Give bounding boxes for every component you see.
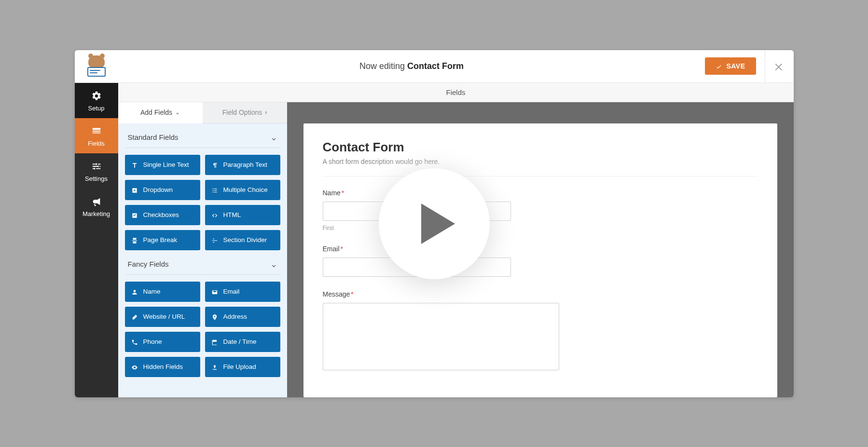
page-title: Now editing Contact Form (118, 61, 705, 71)
paragraph-icon (211, 161, 219, 168)
app-logo (75, 55, 118, 77)
sidebar-item-setup[interactable]: Setup (75, 83, 118, 118)
field-label: Paragraph Text (223, 161, 267, 168)
field-label: Hidden Fields (143, 363, 183, 370)
field-label: Website / URL (143, 313, 185, 320)
sidebar-item-marketing[interactable]: Marketing (75, 189, 118, 224)
field-multiple-choice[interactable]: Multiple Choice (205, 180, 280, 200)
close-button[interactable] (765, 50, 794, 83)
checkbox-icon (131, 211, 138, 218)
app-window: Now editing Contact Form SAVE Setu (75, 50, 794, 397)
field-paragraph-text[interactable]: Paragraph Text (205, 155, 280, 175)
multiple-choice-icon (211, 186, 219, 193)
sidebar-label: Marketing (83, 210, 110, 217)
tab-label: Add Fields (140, 108, 172, 116)
chevron-down-icon: ⌄ (175, 109, 180, 116)
form-icon (91, 124, 102, 137)
chevron-down-icon: ⌄ (270, 132, 277, 143)
panel-tabs: Add Fields ⌄ Field Options › (118, 102, 287, 123)
panel-body: Standard Fields ⌄ Single Line Text Parag… (118, 123, 287, 397)
chevron-down-icon: ⌄ (270, 259, 277, 270)
standard-fields-grid: Single Line Text Paragraph Text Dropdown… (125, 148, 280, 250)
user-icon (131, 287, 138, 295)
field-label: Multiple Choice (223, 186, 268, 193)
field-label: Dropdown (143, 186, 173, 193)
form-field-message[interactable]: Message* (323, 290, 758, 372)
sidebar-item-settings[interactable]: Settings (75, 153, 118, 189)
fields-panel: Add Fields ⌄ Field Options › Standard Fi… (118, 102, 287, 397)
sidebar: Setup Fields Settings Marketing (75, 83, 118, 397)
field-hidden[interactable]: Hidden Fields (125, 357, 200, 377)
field-label: HTML (223, 211, 241, 218)
field-name[interactable]: Name (125, 282, 200, 302)
fancy-fields-grid: Name Email Website / URL Address Phone D… (125, 275, 280, 377)
link-icon (131, 312, 138, 320)
field-label: Section Divider (223, 236, 267, 244)
topbar: Now editing Contact Form SAVE (75, 50, 794, 83)
calendar-icon (211, 338, 219, 345)
field-checkboxes[interactable]: Checkboxes (125, 205, 200, 225)
field-label: Checkboxes (143, 211, 179, 218)
chevron-right-icon: › (265, 109, 267, 116)
play-icon (421, 203, 455, 244)
phone-icon (131, 338, 138, 345)
field-file-upload[interactable]: File Upload (205, 357, 280, 377)
form-name: Contact Form (407, 61, 464, 71)
sliders-icon (91, 160, 102, 172)
required-marker: * (342, 189, 344, 197)
sidebar-label: Fields (88, 140, 105, 147)
form-preview: Contact Form A short form description wo… (287, 102, 794, 397)
title-prefix: Now editing (359, 61, 407, 71)
pin-icon (211, 312, 219, 320)
field-label: Email (223, 288, 240, 295)
field-label: Date / Time (223, 338, 257, 345)
eye-icon (131, 363, 138, 370)
upload-icon (211, 363, 219, 370)
required-marker: * (341, 245, 343, 253)
field-phone[interactable]: Phone (125, 332, 200, 352)
sidebar-label: Setup (88, 105, 105, 112)
field-label: Address (223, 313, 248, 320)
field-section-divider[interactable]: Section Divider (205, 230, 280, 250)
tab-label: Field Options (222, 108, 262, 116)
required-marker: * (351, 290, 353, 298)
gear-icon (91, 89, 102, 102)
text-icon (131, 161, 138, 168)
field-label: Single Line Text (143, 161, 189, 168)
message-input[interactable] (323, 303, 559, 370)
field-email[interactable]: Email (205, 282, 280, 302)
sidebar-item-fields[interactable]: Fields (75, 118, 118, 153)
message-label: Message* (323, 290, 758, 298)
close-icon (774, 59, 785, 73)
fields-header: Fields (118, 83, 794, 102)
field-page-break[interactable]: Page Break (125, 230, 200, 250)
dropdown-icon (131, 186, 138, 193)
pagebreak-icon (131, 236, 138, 244)
field-address[interactable]: Address (205, 307, 280, 327)
html-icon (211, 211, 219, 218)
divider-icon (211, 236, 219, 244)
field-website[interactable]: Website / URL (125, 307, 200, 327)
check-icon (716, 62, 722, 70)
form-description: A short form description would go here. (323, 158, 758, 176)
field-dropdown[interactable]: Dropdown (125, 180, 200, 200)
form-title: Contact Form (323, 140, 758, 155)
tab-field-options[interactable]: Field Options › (203, 102, 287, 123)
field-label: File Upload (223, 363, 256, 370)
field-label: Phone (143, 338, 162, 345)
section-standard-fields[interactable]: Standard Fields ⌄ (125, 123, 280, 148)
field-single-line-text[interactable]: Single Line Text (125, 155, 200, 175)
sidebar-label: Settings (85, 175, 108, 182)
save-button[interactable]: SAVE (705, 57, 756, 75)
play-button[interactable] (379, 168, 490, 279)
tab-add-fields[interactable]: Add Fields ⌄ (118, 102, 203, 123)
section-fancy-fields[interactable]: Fancy Fields ⌄ (125, 250, 280, 275)
section-title: Fancy Fields (128, 260, 169, 268)
form-card: Contact Form A short form description wo… (303, 123, 777, 397)
bullhorn-icon (91, 195, 102, 207)
field-html[interactable]: HTML (205, 205, 280, 225)
save-label: SAVE (726, 62, 745, 70)
field-label: Name (143, 288, 161, 295)
field-datetime[interactable]: Date / Time (205, 332, 280, 352)
section-title: Standard Fields (128, 133, 179, 141)
